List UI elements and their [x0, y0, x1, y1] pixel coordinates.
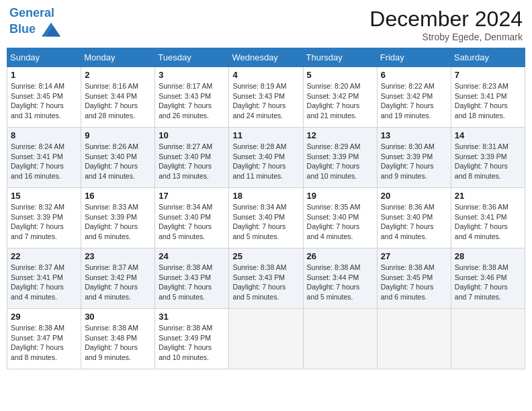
day-number: 1 — [11, 70, 77, 80]
calendar-cell: 3 Sunrise: 8:17 AMSunset: 3:43 PMDayligh… — [155, 67, 229, 128]
calendar-cell: 5 Sunrise: 8:20 AMSunset: 3:42 PMDayligh… — [303, 67, 377, 128]
day-info: Sunrise: 8:26 AMSunset: 3:40 PMDaylight:… — [85, 142, 138, 180]
calendar-cell: 4 Sunrise: 8:19 AMSunset: 3:43 PMDayligh… — [229, 67, 303, 128]
day-number: 25 — [232, 251, 299, 261]
day-info: Sunrise: 8:27 AMSunset: 3:40 PMDaylight:… — [159, 142, 212, 180]
day-number: 10 — [159, 130, 225, 140]
day-number: 27 — [381, 251, 447, 261]
calendar-cell: 20 Sunrise: 8:36 AMSunset: 3:40 PMDaylig… — [377, 188, 451, 248]
day-number: 8 — [11, 130, 77, 140]
day-info: Sunrise: 8:38 AMSunset: 3:47 PMDaylight:… — [11, 324, 64, 361]
weekday-header-monday: Monday — [81, 48, 155, 67]
day-info: Sunrise: 8:28 AMSunset: 3:40 PMDaylight:… — [232, 142, 286, 180]
weekday-header-friday: Friday — [377, 48, 451, 67]
calendar-cell: 7 Sunrise: 8:23 AMSunset: 3:41 PMDayligh… — [451, 67, 525, 128]
day-number: 28 — [455, 251, 521, 261]
weekday-header-sunday: Sunday — [7, 48, 81, 67]
day-info: Sunrise: 8:23 AMSunset: 3:41 PMDaylight:… — [455, 82, 508, 120]
weekday-header-thursday: Thursday — [303, 48, 377, 67]
day-info: Sunrise: 8:38 AMSunset: 3:43 PMDaylight:… — [232, 263, 286, 301]
day-number: 9 — [85, 130, 151, 140]
calendar-cell — [451, 309, 525, 369]
day-info: Sunrise: 8:33 AMSunset: 3:39 PMDaylight:… — [85, 203, 138, 240]
day-number: 2 — [85, 70, 151, 80]
day-number: 20 — [381, 191, 447, 201]
calendar-cell: 9 Sunrise: 8:26 AMSunset: 3:40 PMDayligh… — [81, 128, 155, 188]
day-info: Sunrise: 8:36 AMSunset: 3:40 PMDaylight:… — [381, 203, 435, 240]
day-number: 14 — [455, 130, 521, 140]
calendar-cell: 30 Sunrise: 8:38 AMSunset: 3:48 PMDaylig… — [81, 309, 155, 369]
calendar-cell: 14 Sunrise: 8:31 AMSunset: 3:39 PMDaylig… — [451, 128, 525, 188]
day-info: Sunrise: 8:29 AMSunset: 3:39 PMDaylight:… — [307, 142, 361, 180]
day-info: Sunrise: 8:14 AMSunset: 3:45 PMDaylight:… — [11, 82, 64, 120]
day-info: Sunrise: 8:38 AMSunset: 3:43 PMDaylight:… — [159, 263, 212, 301]
weekday-header-saturday: Saturday — [451, 48, 525, 67]
day-info: Sunrise: 8:30 AMSunset: 3:39 PMDaylight:… — [381, 142, 435, 180]
calendar-cell: 28 Sunrise: 8:38 AMSunset: 3:46 PMDaylig… — [451, 248, 525, 309]
day-info: Sunrise: 8:34 AMSunset: 3:40 PMDaylight:… — [232, 203, 286, 240]
day-number: 17 — [159, 191, 225, 201]
day-info: Sunrise: 8:38 AMSunset: 3:48 PMDaylight:… — [85, 324, 138, 361]
day-number: 31 — [159, 312, 225, 322]
calendar-cell: 11 Sunrise: 8:28 AMSunset: 3:40 PMDaylig… — [229, 128, 303, 188]
day-info: Sunrise: 8:35 AMSunset: 3:40 PMDaylight:… — [307, 203, 361, 240]
day-number: 18 — [232, 191, 299, 201]
day-info: Sunrise: 8:17 AMSunset: 3:43 PMDaylight:… — [159, 82, 212, 120]
location-text: Stroby Egede, Denmark — [369, 32, 523, 42]
calendar-cell: 25 Sunrise: 8:38 AMSunset: 3:43 PMDaylig… — [229, 248, 303, 309]
calendar-cell: 29 Sunrise: 8:38 AMSunset: 3:47 PMDaylig… — [7, 309, 81, 369]
calendar-cell: 26 Sunrise: 8:38 AMSunset: 3:44 PMDaylig… — [303, 248, 377, 309]
day-info: Sunrise: 8:38 AMSunset: 3:44 PMDaylight:… — [307, 263, 361, 301]
calendar-cell: 19 Sunrise: 8:35 AMSunset: 3:40 PMDaylig… — [303, 188, 377, 248]
day-info: Sunrise: 8:36 AMSunset: 3:41 PMDaylight:… — [455, 203, 508, 240]
weekday-header-tuesday: Tuesday — [155, 48, 229, 67]
day-number: 12 — [307, 130, 373, 140]
calendar-week-2: 8 Sunrise: 8:24 AMSunset: 3:41 PMDayligh… — [7, 128, 525, 188]
day-number: 6 — [381, 70, 447, 80]
day-number: 26 — [307, 251, 373, 261]
day-number: 16 — [85, 191, 151, 201]
page-header: General Blue December 2024 Stroby Egede,… — [7, 7, 525, 42]
day-info: Sunrise: 8:20 AMSunset: 3:42 PMDaylight:… — [307, 82, 361, 120]
day-number: 21 — [455, 191, 521, 201]
logo: General Blue — [9, 7, 60, 39]
day-info: Sunrise: 8:37 AMSunset: 3:42 PMDaylight:… — [85, 263, 138, 301]
day-number: 30 — [85, 312, 151, 322]
day-info: Sunrise: 8:38 AMSunset: 3:49 PMDaylight:… — [159, 324, 212, 361]
logo-text2: Blue — [9, 20, 60, 39]
calendar-cell: 21 Sunrise: 8:36 AMSunset: 3:41 PMDaylig… — [451, 188, 525, 248]
calendar-week-3: 15 Sunrise: 8:32 AMSunset: 3:39 PMDaylig… — [7, 188, 525, 248]
calendar-week-1: 1 Sunrise: 8:14 AMSunset: 3:45 PMDayligh… — [7, 67, 525, 128]
calendar-week-5: 29 Sunrise: 8:38 AMSunset: 3:47 PMDaylig… — [7, 309, 525, 369]
day-info: Sunrise: 8:31 AMSunset: 3:39 PMDaylight:… — [455, 142, 508, 180]
day-info: Sunrise: 8:22 AMSunset: 3:42 PMDaylight:… — [381, 82, 435, 120]
day-number: 3 — [159, 70, 225, 80]
title-section: December 2024 Stroby Egede, Denmark — [369, 7, 523, 42]
day-number: 5 — [307, 70, 373, 80]
calendar-cell: 12 Sunrise: 8:29 AMSunset: 3:39 PMDaylig… — [303, 128, 377, 188]
calendar-cell — [229, 309, 303, 369]
calendar-cell: 17 Sunrise: 8:34 AMSunset: 3:40 PMDaylig… — [155, 188, 229, 248]
calendar-cell: 2 Sunrise: 8:16 AMSunset: 3:44 PMDayligh… — [81, 67, 155, 128]
calendar-cell: 18 Sunrise: 8:34 AMSunset: 3:40 PMDaylig… — [229, 188, 303, 248]
calendar-cell: 31 Sunrise: 8:38 AMSunset: 3:49 PMDaylig… — [155, 309, 229, 369]
day-number: 22 — [11, 251, 77, 261]
calendar-cell: 24 Sunrise: 8:38 AMSunset: 3:43 PMDaylig… — [155, 248, 229, 309]
weekday-header-wednesday: Wednesday — [229, 48, 303, 67]
month-title: December 2024 — [369, 7, 523, 32]
calendar-table: SundayMondayTuesdayWednesdayThursdayFrid… — [7, 48, 525, 369]
day-number: 24 — [159, 251, 225, 261]
calendar-cell: 27 Sunrise: 8:38 AMSunset: 3:45 PMDaylig… — [377, 248, 451, 309]
day-number: 29 — [11, 312, 77, 322]
day-info: Sunrise: 8:38 AMSunset: 3:46 PMDaylight:… — [455, 263, 508, 301]
calendar-cell: 22 Sunrise: 8:37 AMSunset: 3:41 PMDaylig… — [7, 248, 81, 309]
calendar-cell — [303, 309, 377, 369]
logo-text: General — [9, 7, 60, 20]
day-info: Sunrise: 8:34 AMSunset: 3:40 PMDaylight:… — [159, 203, 212, 240]
day-number: 11 — [232, 130, 299, 140]
day-info: Sunrise: 8:38 AMSunset: 3:45 PMDaylight:… — [381, 263, 435, 301]
day-number: 13 — [381, 130, 447, 140]
day-number: 19 — [307, 191, 373, 201]
day-info: Sunrise: 8:32 AMSunset: 3:39 PMDaylight:… — [11, 203, 64, 240]
day-info: Sunrise: 8:37 AMSunset: 3:41 PMDaylight:… — [11, 263, 64, 301]
